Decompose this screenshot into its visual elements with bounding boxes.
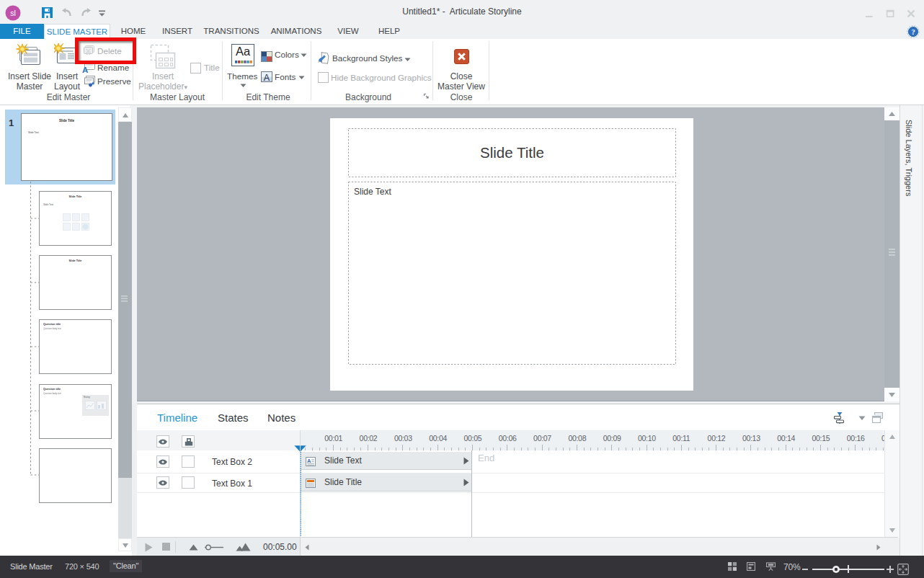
svg-text:A: A	[307, 458, 311, 464]
svg-text:?: ?	[911, 28, 915, 36]
svg-text:A: A	[82, 66, 88, 74]
svg-text:A: A	[264, 73, 270, 83]
